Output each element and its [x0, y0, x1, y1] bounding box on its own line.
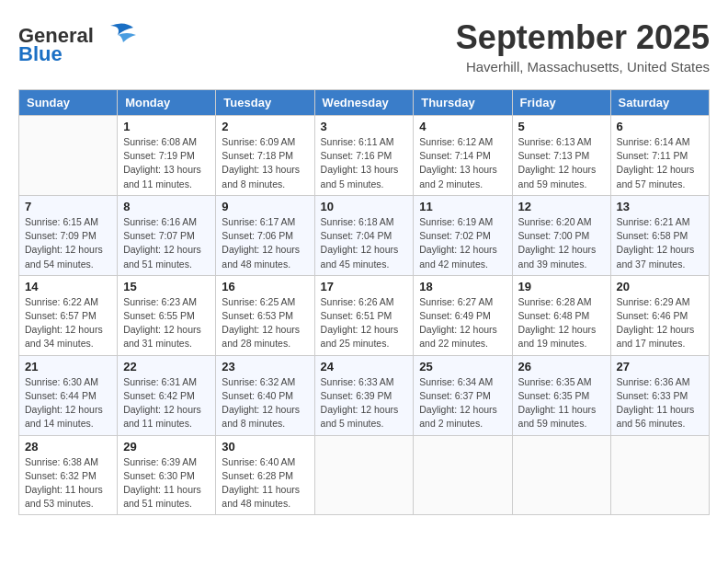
day-number: 25 — [419, 360, 506, 373]
day-number: 22 — [123, 360, 210, 373]
day-info: Sunrise: 6:34 AM Sunset: 6:37 PM Dayligh… — [419, 375, 506, 431]
day-number: 27 — [617, 360, 703, 373]
day-number: 24 — [321, 360, 408, 373]
calendar-cell: 7Sunrise: 6:15 AM Sunset: 7:09 PM Daylig… — [19, 195, 118, 275]
column-header-thursday: Thursday — [414, 90, 512, 116]
day-info: Sunrise: 6:11 AM Sunset: 7:16 PM Dayligh… — [321, 135, 408, 191]
day-info: Sunrise: 6:17 AM Sunset: 7:06 PM Dayligh… — [222, 215, 308, 271]
day-number: 28 — [25, 440, 111, 454]
day-info: Sunrise: 6:33 AM Sunset: 6:39 PM Dayligh… — [321, 375, 408, 431]
calendar-cell: 5Sunrise: 6:13 AM Sunset: 7:13 PM Daylig… — [512, 116, 610, 196]
day-info: Sunrise: 6:23 AM Sunset: 6:55 PM Dayligh… — [123, 295, 210, 351]
calendar-cell: 27Sunrise: 6:36 AM Sunset: 6:33 PM Dayli… — [610, 355, 709, 435]
day-info: Sunrise: 6:18 AM Sunset: 7:04 PM Dayligh… — [321, 215, 408, 271]
day-number: 20 — [617, 280, 703, 293]
calendar-cell: 1Sunrise: 6:08 AM Sunset: 7:19 PM Daylig… — [118, 116, 216, 196]
day-info: Sunrise: 6:36 AM Sunset: 6:33 PM Dayligh… — [617, 375, 703, 431]
calendar-cell — [610, 435, 709, 515]
calendar-cell: 29Sunrise: 6:39 AM Sunset: 6:30 PM Dayli… — [118, 435, 216, 515]
day-info: Sunrise: 6:31 AM Sunset: 6:42 PM Dayligh… — [123, 375, 210, 431]
calendar-cell: 11Sunrise: 6:19 AM Sunset: 7:02 PM Dayli… — [414, 195, 512, 275]
calendar-week-2: 7Sunrise: 6:15 AM Sunset: 7:09 PM Daylig… — [19, 195, 710, 275]
day-number: 15 — [123, 280, 210, 293]
calendar-cell — [19, 116, 118, 196]
logo-icon: General Blue — [18, 18, 138, 64]
day-number: 17 — [321, 280, 408, 293]
day-number: 23 — [222, 360, 308, 373]
calendar-cell: 15Sunrise: 6:23 AM Sunset: 6:55 PM Dayli… — [118, 275, 216, 355]
calendar-cell: 30Sunrise: 6:40 AM Sunset: 6:28 PM Dayli… — [216, 435, 314, 515]
day-info: Sunrise: 6:12 AM Sunset: 7:14 PM Dayligh… — [419, 135, 506, 191]
calendar-week-3: 14Sunrise: 6:22 AM Sunset: 6:57 PM Dayli… — [19, 275, 710, 355]
day-number: 14 — [25, 280, 111, 293]
day-number: 19 — [518, 280, 605, 293]
calendar-cell: 26Sunrise: 6:35 AM Sunset: 6:35 PM Dayli… — [512, 355, 610, 435]
day-info: Sunrise: 6:29 AM Sunset: 6:46 PM Dayligh… — [617, 295, 703, 351]
day-number: 8 — [123, 200, 210, 213]
day-info: Sunrise: 6:27 AM Sunset: 6:49 PM Dayligh… — [419, 295, 506, 351]
logo: General Blue — [18, 18, 142, 64]
day-info: Sunrise: 6:13 AM Sunset: 7:13 PM Dayligh… — [518, 135, 605, 191]
day-info: Sunrise: 6:32 AM Sunset: 6:40 PM Dayligh… — [222, 375, 308, 431]
calendar-cell: 8Sunrise: 6:16 AM Sunset: 7:07 PM Daylig… — [118, 195, 216, 275]
day-number: 13 — [617, 200, 703, 213]
calendar-cell: 12Sunrise: 6:20 AM Sunset: 7:00 PM Dayli… — [512, 195, 610, 275]
svg-text:Blue: Blue — [18, 42, 63, 64]
day-number: 2 — [222, 120, 308, 133]
day-number: 18 — [419, 280, 506, 293]
day-info: Sunrise: 6:26 AM Sunset: 6:51 PM Dayligh… — [321, 295, 408, 351]
day-info: Sunrise: 6:25 AM Sunset: 6:53 PM Dayligh… — [222, 295, 308, 351]
title-section: September 2025 Haverhill, Massachusetts,… — [456, 18, 710, 75]
day-info: Sunrise: 6:35 AM Sunset: 6:35 PM Dayligh… — [518, 375, 605, 431]
location: Haverhill, Massachusetts, United States — [456, 59, 710, 75]
day-number: 26 — [518, 360, 605, 373]
calendar-cell: 28Sunrise: 6:38 AM Sunset: 6:32 PM Dayli… — [19, 435, 118, 515]
calendar-cell: 18Sunrise: 6:27 AM Sunset: 6:49 PM Dayli… — [414, 275, 512, 355]
day-number: 5 — [518, 120, 605, 133]
day-number: 6 — [617, 120, 703, 133]
calendar-cell: 9Sunrise: 6:17 AM Sunset: 7:06 PM Daylig… — [216, 195, 314, 275]
day-number: 11 — [419, 200, 506, 213]
day-info: Sunrise: 6:19 AM Sunset: 7:02 PM Dayligh… — [419, 215, 506, 271]
day-info: Sunrise: 6:40 AM Sunset: 6:28 PM Dayligh… — [222, 455, 308, 511]
month-title: September 2025 — [456, 18, 710, 57]
day-info: Sunrise: 6:16 AM Sunset: 7:07 PM Dayligh… — [123, 215, 210, 271]
calendar-table: SundayMondayTuesdayWednesdayThursdayFrid… — [18, 89, 710, 515]
calendar-cell: 6Sunrise: 6:14 AM Sunset: 7:11 PM Daylig… — [610, 116, 709, 196]
calendar-week-1: 1Sunrise: 6:08 AM Sunset: 7:19 PM Daylig… — [19, 116, 710, 196]
day-number: 12 — [518, 200, 605, 213]
day-number: 16 — [222, 280, 308, 293]
calendar-cell: 24Sunrise: 6:33 AM Sunset: 6:39 PM Dayli… — [314, 355, 414, 435]
calendar-cell: 14Sunrise: 6:22 AM Sunset: 6:57 PM Dayli… — [19, 275, 118, 355]
calendar-week-4: 21Sunrise: 6:30 AM Sunset: 6:44 PM Dayli… — [19, 355, 710, 435]
column-header-sunday: Sunday — [19, 90, 118, 116]
calendar-cell — [314, 435, 414, 515]
column-header-tuesday: Tuesday — [216, 90, 314, 116]
day-info: Sunrise: 6:15 AM Sunset: 7:09 PM Dayligh… — [25, 215, 111, 271]
day-number: 30 — [222, 440, 308, 454]
day-info: Sunrise: 6:38 AM Sunset: 6:32 PM Dayligh… — [25, 455, 111, 511]
calendar-cell: 23Sunrise: 6:32 AM Sunset: 6:40 PM Dayli… — [216, 355, 314, 435]
calendar-cell: 25Sunrise: 6:34 AM Sunset: 6:37 PM Dayli… — [414, 355, 512, 435]
calendar-cell: 13Sunrise: 6:21 AM Sunset: 6:58 PM Dayli… — [610, 195, 709, 275]
calendar-cell: 10Sunrise: 6:18 AM Sunset: 7:04 PM Dayli… — [314, 195, 414, 275]
day-number: 29 — [123, 440, 210, 454]
day-info: Sunrise: 6:30 AM Sunset: 6:44 PM Dayligh… — [25, 375, 111, 431]
column-header-saturday: Saturday — [610, 90, 709, 116]
calendar-cell — [512, 435, 610, 515]
calendar-cell: 22Sunrise: 6:31 AM Sunset: 6:42 PM Dayli… — [118, 355, 216, 435]
day-number: 4 — [419, 120, 506, 133]
calendar-cell: 16Sunrise: 6:25 AM Sunset: 6:53 PM Dayli… — [216, 275, 314, 355]
day-number: 9 — [222, 200, 308, 213]
calendar-cell: 17Sunrise: 6:26 AM Sunset: 6:51 PM Dayli… — [314, 275, 414, 355]
calendar-cell — [414, 435, 512, 515]
day-info: Sunrise: 6:22 AM Sunset: 6:57 PM Dayligh… — [25, 295, 111, 351]
day-info: Sunrise: 6:21 AM Sunset: 6:58 PM Dayligh… — [617, 215, 703, 271]
day-info: Sunrise: 6:14 AM Sunset: 7:11 PM Dayligh… — [617, 135, 703, 191]
day-number: 1 — [123, 120, 210, 133]
calendar-header-row: SundayMondayTuesdayWednesdayThursdayFrid… — [19, 90, 710, 116]
calendar-cell: 19Sunrise: 6:28 AM Sunset: 6:48 PM Dayli… — [512, 275, 610, 355]
calendar-cell: 21Sunrise: 6:30 AM Sunset: 6:44 PM Dayli… — [19, 355, 118, 435]
calendar-cell: 20Sunrise: 6:29 AM Sunset: 6:46 PM Dayli… — [610, 275, 709, 355]
day-number: 3 — [321, 120, 408, 133]
